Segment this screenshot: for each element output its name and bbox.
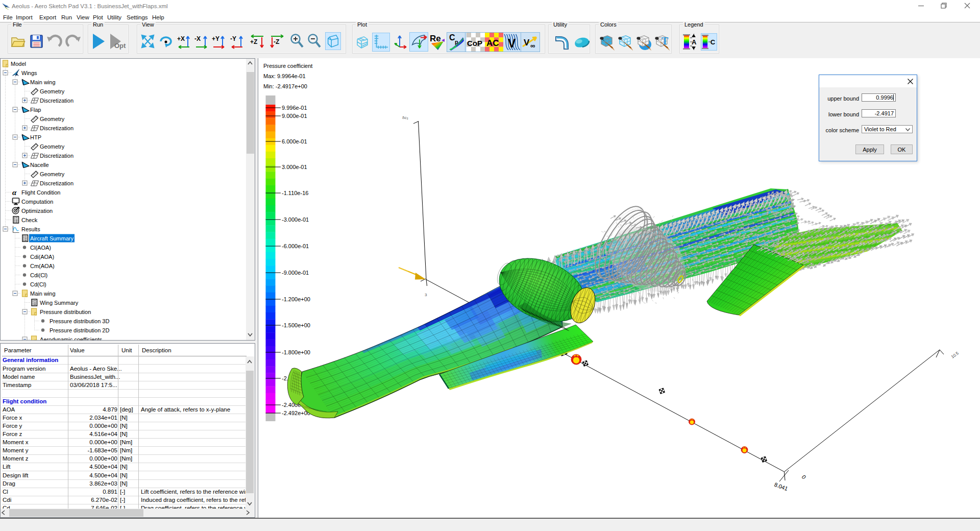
svg-text:Geometry: Geometry <box>40 143 65 150</box>
svg-text:Flap: Flap <box>30 107 41 113</box>
svg-text:Pressure distribution: Pressure distribution <box>40 309 91 315</box>
svg-text:Optimization: Optimization <box>21 208 53 214</box>
svg-text:+Y: +Y <box>212 35 219 42</box>
svg-text:Wing Summary: Wing Summary <box>40 300 79 306</box>
svg-text:-Y: -Y <box>230 35 236 42</box>
svg-text:Geometry: Geometry <box>40 116 65 122</box>
svg-text:3: 3 <box>425 293 427 297</box>
svg-text:α: α <box>12 188 17 197</box>
svg-text:HTP: HTP <box>30 134 41 140</box>
svg-text:0: 0 <box>800 474 807 480</box>
svg-text:Pressure distribution 3D: Pressure distribution 3D <box>50 318 109 324</box>
svg-text:Model: Model <box>11 61 26 67</box>
svg-text:-1.800e+00: -1.800e+00 <box>282 349 310 355</box>
svg-text:Nacelle: Nacelle <box>30 162 49 168</box>
svg-text:∞: ∞ <box>530 42 535 50</box>
svg-text:Results: Results <box>21 226 40 232</box>
svg-text:+X: +X <box>177 35 185 42</box>
svg-text:AC: AC <box>486 38 499 48</box>
svg-text:8.041: 8.041 <box>773 481 789 492</box>
svg-text:CoP: CoP <box>467 39 482 47</box>
svg-text:+Z: +Z <box>250 38 257 45</box>
svg-text:Discretization: Discretization <box>40 180 74 186</box>
svg-text:δc₃: δc₃ <box>402 115 408 120</box>
svg-text:Main wing: Main wing <box>30 291 56 297</box>
svg-text:C: C <box>710 38 716 46</box>
svg-text:Max: 9.9964e-01: Max: 9.9964e-01 <box>263 73 306 79</box>
svg-text:Cl(AOA): Cl(AOA) <box>30 245 51 251</box>
svg-text:6.000e-01: 6.000e-01 <box>282 138 307 144</box>
svg-text:Discretization: Discretization <box>40 153 74 159</box>
svg-text:T: T <box>662 35 669 46</box>
svg-text:3.000e-01: 3.000e-01 <box>282 164 307 170</box>
svg-text:-X: -X <box>194 35 201 42</box>
svg-text:Check: Check <box>21 217 38 223</box>
svg-text:9.000e-01: 9.000e-01 <box>282 113 307 119</box>
svg-text:10.5: 10.5 <box>950 351 960 359</box>
svg-text:Discretization: Discretization <box>40 125 74 131</box>
svg-text:Aircraft Summary: Aircraft Summary <box>30 235 74 242</box>
svg-text:-3.000e-01: -3.000e-01 <box>282 216 309 223</box>
svg-text:-6.000e-01: -6.000e-01 <box>282 243 309 249</box>
svg-text:Geometry: Geometry <box>40 88 65 94</box>
svg-text:Cd(Cl): Cd(Cl) <box>30 281 46 287</box>
svg-text:Opt: Opt <box>114 42 126 50</box>
svg-text:Cdi(AOA): Cdi(AOA) <box>30 254 54 260</box>
svg-text:V: V <box>524 38 530 47</box>
svg-text:Flight Condition: Flight Condition <box>21 189 60 196</box>
svg-text:9.996e-01: 9.996e-01 <box>282 105 307 111</box>
svg-text:Cdi(Cl): Cdi(Cl) <box>30 272 47 278</box>
svg-text:-1.500e+00: -1.500e+00 <box>282 322 310 328</box>
svg-text:V: V <box>508 37 516 50</box>
svg-text:Min: -2.4917e+00: Min: -2.4917e+00 <box>263 83 307 89</box>
svg-text:Cm(AOA): Cm(AOA) <box>30 263 55 269</box>
svg-text:Re: Re <box>430 34 441 43</box>
svg-text:Discretization: Discretization <box>40 98 74 104</box>
svg-text:-1.110e-16: -1.110e-16 <box>282 190 308 196</box>
svg-text:Main wing: Main wing <box>30 79 56 85</box>
svg-text:Geometry: Geometry <box>40 171 65 177</box>
svg-text:-Z: -Z <box>274 38 279 45</box>
svg-text:Pressure distribution 2D: Pressure distribution 2D <box>50 327 109 333</box>
svg-text:-1.200e+00: -1.200e+00 <box>282 296 310 302</box>
svg-text:Wings: Wings <box>21 70 37 76</box>
svg-text:Aerodynamic coefficients: Aerodynamic coefficients <box>40 336 103 341</box>
svg-text:Computation: Computation <box>21 199 53 205</box>
svg-text:Pressure coefficient: Pressure coefficient <box>263 63 312 69</box>
svg-text:A: A <box>692 38 697 46</box>
svg-text:-9.000e-01: -9.000e-01 <box>282 270 309 276</box>
